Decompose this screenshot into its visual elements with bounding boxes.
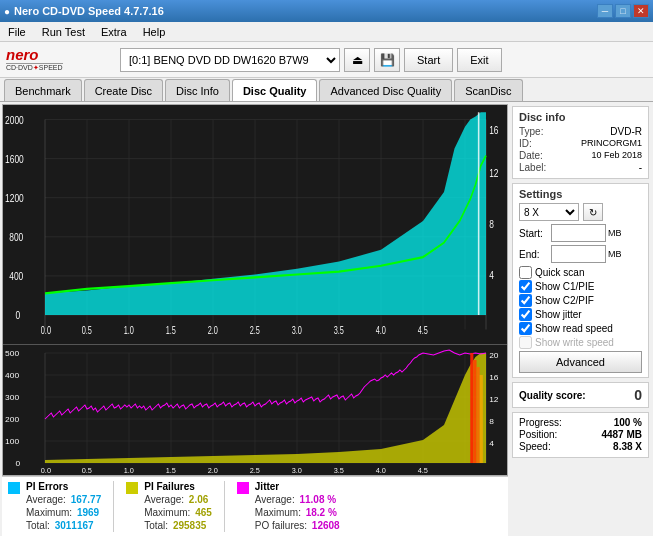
disc-type-label: Type: <box>519 126 543 137</box>
pi-errors-stat: PI Errors Average: 167.77 Maximum: 1969 … <box>8 481 101 532</box>
end-input[interactable]: 4488 MB <box>551 245 606 263</box>
tab-disc-quality[interactable]: Disc Quality <box>232 79 318 101</box>
tab-disc-info[interactable]: Disc Info <box>165 79 230 101</box>
jitter-stat: Jitter Average: 11.08 % Maximum: 18.2 % … <box>237 481 340 532</box>
show-c2pif-label: Show C2/PIF <box>535 295 594 306</box>
title-bar: ● Nero CD-DVD Speed 4.7.7.16 ─ □ ✕ <box>0 0 653 22</box>
main-content: 2000 1600 1200 800 400 0 16 12 8 4 0.0 0… <box>0 102 653 536</box>
drive-select[interactable]: [0:1] BENQ DVD DD DW1620 B7W9 <box>120 48 340 72</box>
pi-failures-max-label: Maximum: <box>144 507 190 518</box>
show-c2pif-checkbox[interactable] <box>519 294 532 307</box>
quick-scan-row: Quick scan <box>519 266 642 279</box>
svg-text:3.5: 3.5 <box>334 325 344 336</box>
settings-title: Settings <box>519 188 642 200</box>
svg-text:0.5: 0.5 <box>82 325 92 336</box>
svg-text:1.0: 1.0 <box>124 325 134 336</box>
menu-bar: File Run Test Extra Help <box>0 22 653 42</box>
pi-failures-label: PI Failures <box>144 481 212 492</box>
app-title: Nero CD-DVD Speed 4.7.7.16 <box>14 5 164 17</box>
svg-text:200: 200 <box>5 415 19 424</box>
jitter-label: Jitter <box>255 481 340 492</box>
tab-scandisc[interactable]: ScanDisc <box>454 79 522 101</box>
pi-errors-total-label: Total: <box>26 520 50 531</box>
show-c1pie-checkbox[interactable] <box>519 280 532 293</box>
pi-errors-color <box>8 482 20 494</box>
title-bar-controls: ─ □ ✕ <box>597 4 649 18</box>
tab-benchmark[interactable]: Benchmark <box>4 79 82 101</box>
minimize-button[interactable]: ─ <box>597 4 613 18</box>
speed-row: 8 X ↻ <box>519 203 642 221</box>
pi-failures-avg-value: 2.06 <box>189 494 208 505</box>
show-jitter-row: Show jitter <box>519 308 642 321</box>
svg-text:3.0: 3.0 <box>292 325 302 336</box>
menu-help[interactable]: Help <box>139 24 170 40</box>
svg-text:12: 12 <box>489 167 499 180</box>
speed-select[interactable]: 8 X <box>519 203 579 221</box>
svg-text:400: 400 <box>5 371 19 380</box>
quick-scan-label: Quick scan <box>535 267 584 278</box>
maximize-button[interactable]: □ <box>615 4 631 18</box>
lower-chart: 500 400 300 200 100 0 20 16 12 8 4 0.0 0… <box>3 345 507 475</box>
svg-text:2.0: 2.0 <box>208 467 218 475</box>
close-button[interactable]: ✕ <box>633 4 649 18</box>
end-label: End: <box>519 249 547 260</box>
tab-create-disc[interactable]: Create Disc <box>84 79 163 101</box>
settings-refresh-icon[interactable]: ↻ <box>583 203 603 221</box>
disc-label-value: - <box>639 162 642 173</box>
speed-row-progress: Speed: 8.38 X <box>519 441 642 452</box>
eject-icon-button[interactable]: ⏏ <box>344 48 370 72</box>
svg-text:4.5: 4.5 <box>418 325 428 336</box>
show-c2pif-row: Show C2/PIF <box>519 294 642 307</box>
svg-text:16: 16 <box>489 373 499 382</box>
show-read-speed-checkbox[interactable] <box>519 322 532 335</box>
settings-section: Settings 8 X ↻ Start: 0000 MB MB End: 44… <box>512 183 649 378</box>
toolbar: nero CD·DVD✦SPEED [0:1] BENQ DVD DD DW16… <box>0 42 653 78</box>
quality-score-label: Quality score: <box>519 390 586 401</box>
right-panel: Disc info Type: DVD-R ID: PRINCORGM1 Dat… <box>508 102 653 536</box>
disc-label-label: Label: <box>519 162 546 173</box>
advanced-button[interactable]: Advanced <box>519 351 642 373</box>
start-input[interactable]: 0000 MB <box>551 224 606 242</box>
menu-run-test[interactable]: Run Test <box>38 24 89 40</box>
end-mb-label: MB <box>608 249 622 259</box>
save-icon-button[interactable]: 💾 <box>374 48 400 72</box>
exit-button[interactable]: Exit <box>457 48 501 72</box>
svg-text:2.5: 2.5 <box>250 467 260 475</box>
svg-text:0: 0 <box>16 459 21 468</box>
start-button[interactable]: Start <box>404 48 453 72</box>
pi-errors-avg-label: Average: <box>26 494 66 505</box>
svg-text:16: 16 <box>489 124 499 137</box>
tabs: Benchmark Create Disc Disc Info Disc Qua… <box>0 78 653 102</box>
pi-failures-total-label: Total: <box>144 520 168 531</box>
quick-scan-checkbox[interactable] <box>519 266 532 279</box>
svg-text:8: 8 <box>489 417 494 426</box>
pi-errors-max-label: Maximum: <box>26 507 72 518</box>
jitter-max-label: Maximum: <box>255 507 301 518</box>
disc-info-title: Disc info <box>519 111 642 123</box>
svg-text:1200: 1200 <box>5 192 24 205</box>
disc-date-row: Date: 10 Feb 2018 <box>519 150 642 161</box>
svg-text:0.5: 0.5 <box>82 467 92 475</box>
start-mb-label: MB <box>608 228 622 238</box>
nero-logo: nero CD·DVD✦SPEED <box>6 45 116 75</box>
show-jitter-checkbox[interactable] <box>519 308 532 321</box>
pi-errors-label: PI Errors <box>26 481 101 492</box>
menu-extra[interactable]: Extra <box>97 24 131 40</box>
speed-label: Speed: <box>519 441 551 452</box>
jitter-max-value: 18.2 % <box>306 507 337 518</box>
progress-section: Progress: 100 % Position: 4487 MB Speed:… <box>512 412 649 458</box>
pi-failures-color <box>126 482 138 494</box>
tab-advanced-disc-quality[interactable]: Advanced Disc Quality <box>319 79 452 101</box>
quality-score-section: Quality score: 0 <box>512 382 649 408</box>
svg-text:300: 300 <box>5 393 19 402</box>
po-failures-label: PO failures: <box>255 520 307 531</box>
pi-errors-total-value: 3011167 <box>55 520 94 531</box>
disc-type-row: Type: DVD-R <box>519 126 642 137</box>
end-input-group: 4488 MB MB <box>551 245 622 263</box>
pi-failures-avg-label: Average: <box>144 494 184 505</box>
start-row: Start: 0000 MB MB <box>519 224 642 242</box>
progress-row: Progress: 100 % <box>519 417 642 428</box>
progress-label: Progress: <box>519 417 562 428</box>
menu-file[interactable]: File <box>4 24 30 40</box>
svg-text:4.5: 4.5 <box>418 467 428 475</box>
